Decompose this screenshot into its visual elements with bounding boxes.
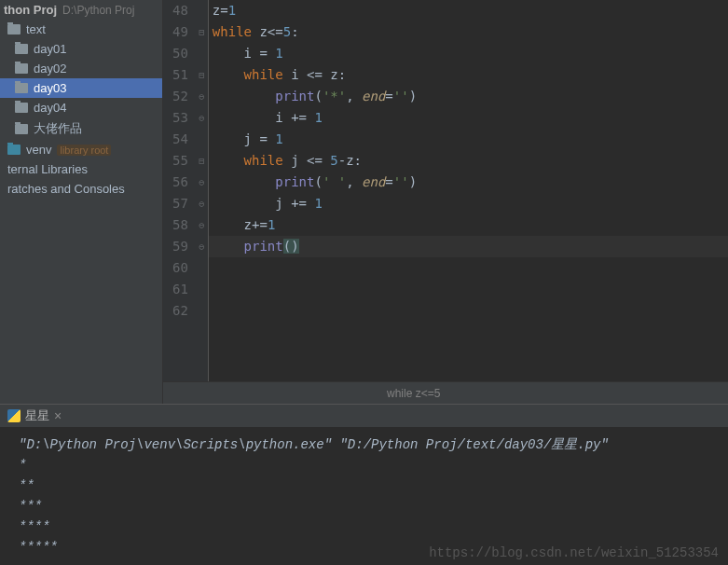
tree-label: day02 [34,62,66,76]
tree-item-text[interactable]: text [0,20,162,39]
python-icon [7,409,21,422]
tree-item-day03[interactable]: day03 [0,78,162,98]
console-line: * [19,455,709,475]
tree-label: day03 [34,81,66,95]
project-sidebar: thon Proj D:\Python Proj text day01 day0… [0,0,163,404]
console-cmd: "D:\Python Proj\venv\Scripts\python.exe"… [19,434,709,455]
close-icon[interactable]: × [54,408,62,423]
tree-item-day01[interactable]: day01 [0,39,162,59]
breadcrumb-text: while z<=5 [387,387,440,400]
console-line: ** [19,475,709,496]
tree-item-day04[interactable]: day04 [0,98,162,117]
console-panel: 星星 × "D:\Python Proj\venv\Scripts\python… [0,404,728,565]
console-tab[interactable]: 星星 × [7,407,62,424]
tree-item-scratches[interactable]: ratches and Consoles [0,179,162,199]
console-tab-label: 星星 [25,407,49,424]
tree-label: ternal Libraries [7,162,88,176]
folder-icon [7,145,21,155]
console-output[interactable]: "D:\Python Proj\venv\Scripts\python.exe"… [0,427,728,565]
breadcrumb-bar[interactable]: while z<=5 [163,381,728,404]
tree-label: venv [26,143,51,157]
library-root-badge: library root [57,145,111,156]
tree-label: 大佬作品 [34,120,82,137]
folder-icon [15,63,28,74]
project-path: D:\Python Proj [62,4,134,17]
folder-icon [15,103,28,113]
tree-item-day02[interactable]: day02 [0,59,162,78]
tree-label: day01 [34,42,66,56]
editor-area: 484950515253545556575859606162 ⊟⊟⊖⊖⊟⊖⊖⊖⊖… [163,0,728,404]
tree-label: day04 [34,101,66,115]
code-editor[interactable]: 484950515253545556575859606162 ⊟⊟⊖⊖⊟⊖⊖⊖⊖… [163,0,728,381]
folder-icon [15,44,28,54]
line-gutter: 484950515253545556575859606162 [163,0,196,381]
console-line: *** [19,496,709,517]
project-name: thon Proj [4,3,57,17]
tree-item-venv[interactable]: venv library root [0,140,162,159]
console-line: **** [19,517,709,537]
fold-column: ⊟⊟⊖⊖⊟⊖⊖⊖⊖ [196,0,209,381]
console-tabs: 星星 × [0,405,728,427]
folder-icon [7,24,21,34]
folder-icon [15,124,28,134]
tree-label: text [26,22,46,36]
tree-item-external-libs[interactable]: ternal Libraries [0,159,162,179]
folder-icon [15,83,28,93]
project-header[interactable]: thon Proj D:\Python Proj [0,0,162,20]
tree-item-dalao[interactable]: 大佬作品 [0,117,162,140]
watermark-text: https://blog.csdn.net/weixin_51253354 [429,545,719,560]
code-column[interactable]: z=1 while z<=5: i = 1 while i <= z: prin… [209,0,728,381]
tree-label: ratches and Consoles [7,182,125,196]
